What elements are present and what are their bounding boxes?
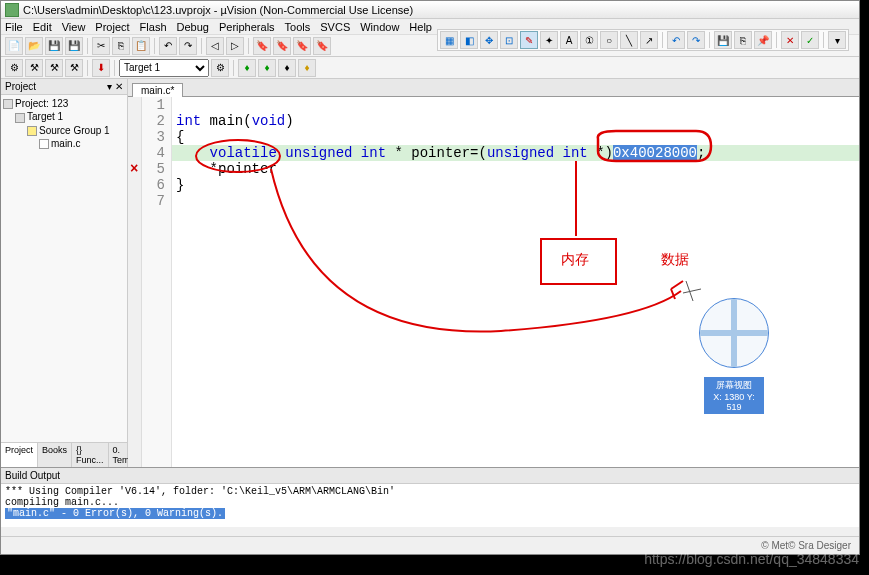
project-panel: Project ▾ ✕ Project: 123 Target 1 Source… bbox=[1, 79, 128, 467]
tree-file[interactable]: main.c bbox=[3, 137, 125, 150]
bookmark-prev-icon[interactable]: 🔖 bbox=[273, 37, 291, 55]
menu-peripherals[interactable]: Peripherals bbox=[219, 21, 275, 33]
translate-icon[interactable]: ⚙ bbox=[5, 59, 23, 77]
tool-num-icon[interactable]: ① bbox=[580, 31, 598, 49]
bookmark-clear-icon[interactable]: 🔖 bbox=[313, 37, 331, 55]
redo-icon[interactable]: ↷ bbox=[179, 37, 197, 55]
menu-svcs[interactable]: SVCS bbox=[320, 21, 350, 33]
tool-undo2-icon[interactable]: ↶ bbox=[667, 31, 685, 49]
titlebar: C:\Users\admin\Desktop\c\123.uvprojx - µ… bbox=[1, 1, 859, 19]
tool-copy-icon[interactable]: ⎘ bbox=[734, 31, 752, 49]
manage3-icon[interactable]: ♦ bbox=[278, 59, 296, 77]
menu-file[interactable]: File bbox=[5, 21, 23, 33]
selected-text: 0x40028000 bbox=[613, 145, 697, 161]
menu-tools[interactable]: Tools bbox=[285, 21, 311, 33]
line-numbers: 1234567 bbox=[142, 97, 172, 467]
tool-pen-icon[interactable]: ✎ bbox=[520, 31, 538, 49]
tool-arrow-icon[interactable]: ↗ bbox=[640, 31, 658, 49]
floating-toolbar: ▦ ◧ ✥ ⊡ ✎ ✦ A ① ○ ╲ ↗ ↶ ↷ 💾 ⎘ 📌 ✕ ✓ ▾ bbox=[437, 29, 849, 51]
tab-books[interactable]: Books bbox=[38, 443, 72, 467]
target-selector[interactable]: Target 1 bbox=[119, 59, 209, 77]
tree-root[interactable]: Project: 123 bbox=[3, 97, 125, 110]
tool-wand-icon[interactable]: ✦ bbox=[540, 31, 558, 49]
menu-flash[interactable]: Flash bbox=[140, 21, 167, 33]
build-output-panel: Build Output *** Using Compiler 'V6.14',… bbox=[1, 467, 859, 527]
tool-line-icon[interactable]: ╲ bbox=[620, 31, 638, 49]
tab-project[interactable]: Project bbox=[1, 443, 38, 467]
bookmark-next-icon[interactable]: 🔖 bbox=[293, 37, 311, 55]
new-file-icon[interactable]: 📄 bbox=[5, 37, 23, 55]
zoom-magnifier bbox=[699, 298, 769, 368]
batch-build-icon[interactable]: ⚒ bbox=[65, 59, 83, 77]
nav-fwd-icon[interactable]: ▷ bbox=[226, 37, 244, 55]
copy-icon[interactable]: ⎘ bbox=[112, 37, 130, 55]
options-icon[interactable]: ⚙ bbox=[211, 59, 229, 77]
tool-crop-icon[interactable]: ⊡ bbox=[500, 31, 518, 49]
tool-move-icon[interactable]: ✥ bbox=[480, 31, 498, 49]
watermark: https://blog.csdn.net/qq_34848334 bbox=[644, 551, 859, 567]
window-title: C:\Users\admin\Desktop\c\123.uvprojx - µ… bbox=[23, 4, 413, 16]
panel-dropdown-icon[interactable]: ▾ ✕ bbox=[107, 81, 123, 92]
manage-icon[interactable]: ♦ bbox=[238, 59, 256, 77]
tool-redo2-icon[interactable]: ↷ bbox=[687, 31, 705, 49]
bookmark-icon[interactable]: 🔖 bbox=[253, 37, 271, 55]
save-all-icon[interactable]: 💾 bbox=[65, 37, 83, 55]
rebuild-icon[interactable]: ⚒ bbox=[45, 59, 63, 77]
undo-icon[interactable]: ↶ bbox=[159, 37, 177, 55]
tool-pin-icon[interactable]: 📌 bbox=[754, 31, 772, 49]
project-panel-tabs: Project Books {} Func... 0. Temp... bbox=[1, 442, 127, 467]
nav-back-icon[interactable]: ◁ bbox=[206, 37, 224, 55]
tree-target[interactable]: Target 1 bbox=[3, 110, 125, 123]
tool-text-icon[interactable]: A bbox=[560, 31, 578, 49]
open-file-icon[interactable]: 📂 bbox=[25, 37, 43, 55]
menu-debug[interactable]: Debug bbox=[177, 21, 209, 33]
build-toolbar: ⚙ ⚒ ⚒ ⚒ ⬇ Target 1 ⚙ ♦ ♦ ♦ ♦ bbox=[1, 57, 859, 79]
app-icon bbox=[5, 3, 19, 17]
paste-icon[interactable]: 📋 bbox=[132, 37, 150, 55]
menu-edit[interactable]: Edit bbox=[33, 21, 52, 33]
cut-icon[interactable]: ✂ bbox=[92, 37, 110, 55]
file-tab-main[interactable]: main.c* bbox=[132, 83, 183, 97]
build-output-title: Build Output bbox=[1, 468, 859, 484]
save-icon[interactable]: 💾 bbox=[45, 37, 63, 55]
status-text: © Met© Sra Desiger bbox=[761, 540, 851, 551]
build-output-text[interactable]: *** Using Compiler 'V6.14', folder: 'C:\… bbox=[1, 484, 859, 521]
tab-functions[interactable]: {} Func... bbox=[72, 443, 109, 467]
menu-window[interactable]: Window bbox=[360, 21, 399, 33]
menu-view[interactable]: View bbox=[62, 21, 86, 33]
tool-done-icon[interactable]: ✓ bbox=[801, 31, 819, 49]
tool-save-icon[interactable]: 💾 bbox=[714, 31, 732, 49]
file-tabs: main.c* bbox=[128, 79, 859, 97]
project-tree[interactable]: Project: 123 Target 1 Source Group 1 mai… bbox=[1, 95, 127, 442]
download-icon[interactable]: ⬇ bbox=[92, 59, 110, 77]
tree-group[interactable]: Source Group 1 bbox=[3, 124, 125, 137]
annotation-memory: 内存 bbox=[561, 251, 589, 269]
zoom-label: 屏幕视图 X: 1380 Y: 519 bbox=[704, 377, 764, 414]
tool-more-icon[interactable]: ▾ bbox=[828, 31, 846, 49]
manage4-icon[interactable]: ♦ bbox=[298, 59, 316, 77]
manage2-icon[interactable]: ♦ bbox=[258, 59, 276, 77]
menu-help[interactable]: Help bbox=[409, 21, 432, 33]
error-marker-icon: × bbox=[130, 161, 138, 177]
tool-pointer-icon[interactable]: ▦ bbox=[440, 31, 458, 49]
menu-project[interactable]: Project bbox=[95, 21, 129, 33]
tool-oval-icon[interactable]: ○ bbox=[600, 31, 618, 49]
build-icon[interactable]: ⚒ bbox=[25, 59, 43, 77]
annotation-data: 数据 bbox=[661, 251, 689, 269]
tool-close-icon[interactable]: ✕ bbox=[781, 31, 799, 49]
project-panel-title: Project ▾ ✕ bbox=[1, 79, 127, 95]
tool-select-icon[interactable]: ◧ bbox=[460, 31, 478, 49]
error-gutter: × bbox=[128, 97, 142, 467]
